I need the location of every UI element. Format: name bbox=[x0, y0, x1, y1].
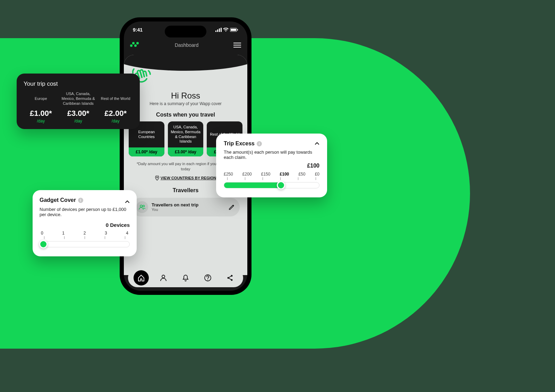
app-logo-icon bbox=[130, 42, 140, 48]
gadget-tick-labels: 0 1 2 3 4 bbox=[40, 231, 130, 236]
trip-cost-card: Your trip cost Europe £1.00* /day USA, C… bbox=[17, 74, 140, 129]
tab-home[interactable] bbox=[134, 270, 149, 286]
cost-card-usa[interactable]: USA, Canada, Mexico, Bermuda & Caribbean… bbox=[168, 121, 204, 156]
menu-icon[interactable] bbox=[233, 43, 241, 48]
travellers-title: Travellers on next trip bbox=[152, 202, 225, 207]
region-price: £2.00* bbox=[98, 109, 133, 118]
cost-card-label: USA, Canada, Mexico, Bermuda & Caribbean… bbox=[168, 121, 204, 147]
view-countries-label: VIEW COUNTRIES BY REGION bbox=[161, 176, 216, 180]
gadget-desc: Number of devices per person up to £1,00… bbox=[40, 207, 130, 217]
greeting-subtitle: Here is a summary of your Wapp cover bbox=[129, 101, 242, 106]
slider-thumb[interactable] bbox=[39, 240, 48, 248]
tab-notifications[interactable] bbox=[178, 270, 193, 286]
gadget-current-value: 0 Devices bbox=[40, 222, 130, 228]
tick-label: £0 bbox=[315, 172, 319, 177]
svg-rect-3 bbox=[221, 28, 222, 32]
travellers-sub: You bbox=[152, 207, 225, 212]
trip-cost-col: USA, Canada, Mexico, Bermuda & Caribbean… bbox=[61, 92, 96, 123]
info-icon[interactable]: i bbox=[257, 141, 262, 146]
region-label: Rest of the World bbox=[98, 92, 133, 106]
tab-bar bbox=[128, 269, 243, 287]
signal-icon bbox=[215, 28, 222, 32]
tick-label: £150 bbox=[261, 172, 271, 177]
wifi-icon bbox=[223, 28, 229, 32]
region-per: /day bbox=[24, 119, 58, 123]
app-bar-title: Dashboard bbox=[175, 42, 199, 48]
tick-label: 0 bbox=[41, 231, 43, 236]
tick-label: 1 bbox=[62, 231, 65, 236]
chevron-up-icon[interactable] bbox=[125, 199, 130, 204]
gadget-slider[interactable] bbox=[40, 241, 130, 247]
slider-fill bbox=[224, 182, 281, 188]
excess-current-value: £100 bbox=[224, 163, 319, 169]
tab-profile[interactable] bbox=[156, 270, 171, 286]
tick-label: £250 bbox=[224, 172, 233, 177]
cost-card-value: £3.00* /day bbox=[168, 147, 204, 156]
tab-help[interactable] bbox=[200, 270, 215, 286]
trip-excess-card: Trip Excess i The amount(s) each person … bbox=[216, 134, 327, 197]
slider-thumb[interactable] bbox=[277, 181, 285, 189]
travellers-row[interactable]: Travellers on next trip You bbox=[131, 198, 240, 216]
travellers-icon bbox=[136, 201, 148, 213]
excess-desc: The amount(s) each person will pay towar… bbox=[224, 150, 319, 160]
trip-cost-title: Your trip cost bbox=[24, 80, 133, 87]
region-label: USA, Canada, Mexico, Bermuda & Caribbean… bbox=[61, 92, 96, 106]
greeting: Hi Ross bbox=[129, 91, 242, 101]
region-price: £3.00* bbox=[61, 109, 96, 118]
excess-slider[interactable] bbox=[224, 182, 319, 188]
svg-rect-1 bbox=[217, 29, 218, 32]
svg-rect-2 bbox=[219, 28, 220, 32]
tick-label: £100 bbox=[280, 172, 289, 177]
tick-label: 3 bbox=[105, 231, 107, 236]
tick-label: £50 bbox=[298, 172, 305, 177]
svg-rect-6 bbox=[237, 29, 238, 31]
svg-point-11 bbox=[207, 280, 208, 280]
chevron-up-icon[interactable] bbox=[315, 141, 319, 146]
excess-tick-labels: £250 £200 £150 £100 £50 £0 bbox=[224, 172, 319, 177]
excess-tick-marks bbox=[224, 177, 319, 181]
tick-label: 2 bbox=[84, 231, 86, 236]
gadget-tick-marks bbox=[40, 236, 130, 240]
status-time: 9:41 bbox=[133, 27, 143, 33]
svg-point-9 bbox=[162, 275, 165, 278]
battery-icon bbox=[230, 28, 238, 32]
region-label: Europe bbox=[24, 92, 58, 106]
info-icon[interactable]: i bbox=[78, 198, 83, 203]
trip-cost-col: Rest of the World £2.00* /day bbox=[98, 92, 133, 123]
svg-rect-0 bbox=[215, 31, 216, 32]
tick-label: 4 bbox=[126, 231, 128, 236]
svg-point-7 bbox=[140, 205, 142, 207]
trip-cost-col: Europe £1.00* /day bbox=[24, 92, 58, 123]
region-price: £1.00* bbox=[24, 109, 58, 118]
edit-icon[interactable] bbox=[229, 204, 235, 210]
cost-card-value: £1.00* /day bbox=[129, 147, 164, 156]
gadget-title: Gadget Cover bbox=[40, 197, 76, 203]
view-countries-link[interactable]: VIEW COUNTRIES BY REGION bbox=[155, 176, 216, 180]
excess-title: Trip Excess bbox=[224, 140, 255, 147]
pin-icon bbox=[155, 176, 159, 180]
wave-icon bbox=[129, 65, 242, 90]
region-per: /day bbox=[61, 119, 96, 123]
tab-share[interactable] bbox=[222, 270, 238, 286]
phone-notch bbox=[165, 26, 206, 37]
app-bar: Dashboard bbox=[124, 38, 247, 52]
gadget-cover-card: Gadget Cover i Number of devices per per… bbox=[33, 190, 137, 256]
svg-point-8 bbox=[143, 205, 145, 207]
region-per: /day bbox=[98, 119, 133, 123]
tick-label: £200 bbox=[242, 172, 252, 177]
svg-rect-5 bbox=[231, 29, 236, 31]
costs-heading: Costs when you travel bbox=[129, 112, 242, 118]
